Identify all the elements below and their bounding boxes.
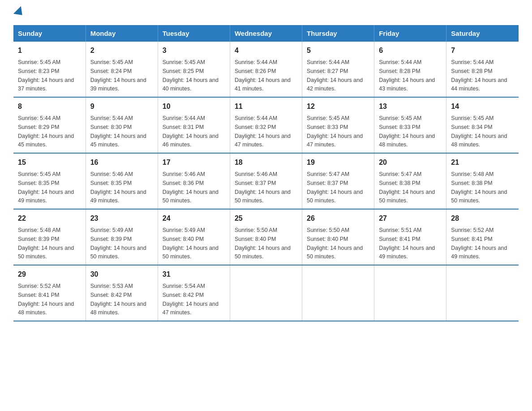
day-info: Sunrise: 5:44 AMSunset: 8:31 PMDaylight:… (163, 115, 219, 148)
table-cell: 11 Sunrise: 5:44 AMSunset: 8:32 PMDaylig… (230, 97, 302, 153)
table-cell: 16 Sunrise: 5:46 AMSunset: 8:35 PMDaylig… (86, 153, 158, 209)
day-number: 25 (235, 213, 297, 224)
table-cell (302, 265, 374, 321)
day-info: Sunrise: 5:46 AMSunset: 8:37 PMDaylight:… (235, 171, 291, 204)
table-cell: 2 Sunrise: 5:45 AMSunset: 8:24 PMDayligh… (86, 42, 158, 97)
table-cell: 19 Sunrise: 5:47 AMSunset: 8:37 PMDaylig… (302, 153, 374, 209)
calendar-header: Sunday Monday Tuesday Wednesday Thursday… (13, 25, 519, 42)
day-info: Sunrise: 5:44 AMSunset: 8:32 PMDaylight:… (235, 115, 291, 148)
day-number: 11 (235, 101, 297, 112)
table-cell: 21 Sunrise: 5:48 AMSunset: 8:38 PMDaylig… (446, 153, 519, 209)
day-info: Sunrise: 5:54 AMSunset: 8:42 PMDaylight:… (163, 283, 219, 316)
col-monday: Monday (86, 25, 158, 42)
day-info: Sunrise: 5:52 AMSunset: 8:41 PMDaylight:… (451, 227, 507, 260)
table-cell: 28 Sunrise: 5:52 AMSunset: 8:41 PMDaylig… (446, 209, 519, 265)
day-number: 2 (90, 45, 153, 56)
table-cell: 27 Sunrise: 5:51 AMSunset: 8:41 PMDaylig… (374, 209, 446, 265)
table-cell: 17 Sunrise: 5:46 AMSunset: 8:36 PMDaylig… (158, 153, 230, 209)
day-number: 4 (235, 45, 297, 56)
day-number: 21 (451, 157, 514, 168)
logo (13, 9, 25, 17)
table-cell: 3 Sunrise: 5:45 AMSunset: 8:25 PMDayligh… (158, 42, 230, 97)
day-number: 19 (307, 157, 369, 168)
day-info: Sunrise: 5:48 AMSunset: 8:39 PMDaylight:… (18, 227, 74, 260)
table-cell: 31 Sunrise: 5:54 AMSunset: 8:42 PMDaylig… (158, 265, 230, 321)
day-info: Sunrise: 5:48 AMSunset: 8:38 PMDaylight:… (451, 171, 507, 204)
logo-arrow-icon (13, 6, 26, 19)
day-number: 1 (18, 45, 81, 56)
day-number: 27 (379, 213, 442, 224)
day-info: Sunrise: 5:46 AMSunset: 8:36 PMDaylight:… (163, 171, 219, 204)
day-info: Sunrise: 5:45 AMSunset: 8:33 PMDaylight:… (307, 115, 363, 148)
day-number: 31 (163, 269, 225, 280)
day-info: Sunrise: 5:49 AMSunset: 8:39 PMDaylight:… (90, 227, 146, 260)
day-info: Sunrise: 5:47 AMSunset: 8:38 PMDaylight:… (379, 171, 435, 204)
table-cell: 6 Sunrise: 5:44 AMSunset: 8:28 PMDayligh… (374, 42, 446, 97)
table-cell: 12 Sunrise: 5:45 AMSunset: 8:33 PMDaylig… (302, 97, 374, 153)
day-number: 5 (307, 45, 369, 56)
table-cell: 20 Sunrise: 5:47 AMSunset: 8:38 PMDaylig… (374, 153, 446, 209)
table-cell: 4 Sunrise: 5:44 AMSunset: 8:26 PMDayligh… (230, 42, 302, 97)
day-info: Sunrise: 5:44 AMSunset: 8:28 PMDaylight:… (379, 59, 435, 92)
table-cell: 8 Sunrise: 5:44 AMSunset: 8:29 PMDayligh… (13, 97, 86, 153)
day-number: 15 (18, 157, 81, 168)
table-cell: 29 Sunrise: 5:52 AMSunset: 8:41 PMDaylig… (13, 265, 86, 321)
day-info: Sunrise: 5:49 AMSunset: 8:40 PMDaylight:… (163, 227, 219, 260)
col-thursday: Thursday (302, 25, 374, 42)
day-number: 8 (18, 101, 81, 112)
day-info: Sunrise: 5:45 AMSunset: 8:34 PMDaylight:… (451, 115, 507, 148)
day-number: 29 (18, 269, 81, 280)
day-number: 9 (90, 101, 153, 112)
day-info: Sunrise: 5:50 AMSunset: 8:40 PMDaylight:… (307, 227, 363, 260)
table-cell: 5 Sunrise: 5:44 AMSunset: 8:27 PMDayligh… (302, 42, 374, 97)
table-cell: 18 Sunrise: 5:46 AMSunset: 8:37 PMDaylig… (230, 153, 302, 209)
day-number: 12 (307, 101, 369, 112)
day-info: Sunrise: 5:46 AMSunset: 8:35 PMDaylight:… (90, 171, 146, 204)
day-info: Sunrise: 5:53 AMSunset: 8:42 PMDaylight:… (90, 283, 146, 316)
col-tuesday: Tuesday (158, 25, 230, 42)
day-number: 10 (163, 101, 225, 112)
day-number: 23 (90, 213, 153, 224)
day-number: 16 (90, 157, 153, 168)
day-info: Sunrise: 5:44 AMSunset: 8:26 PMDaylight:… (235, 59, 291, 92)
table-cell: 23 Sunrise: 5:49 AMSunset: 8:39 PMDaylig… (86, 209, 158, 265)
day-number: 17 (163, 157, 225, 168)
table-cell: 9 Sunrise: 5:44 AMSunset: 8:30 PMDayligh… (86, 97, 158, 153)
page-header (13, 9, 519, 17)
day-number: 7 (451, 45, 514, 56)
day-info: Sunrise: 5:45 AMSunset: 8:33 PMDaylight:… (379, 115, 435, 148)
calendar-body: 1 Sunrise: 5:45 AMSunset: 8:23 PMDayligh… (13, 42, 519, 321)
col-sunday: Sunday (13, 25, 86, 42)
day-info: Sunrise: 5:47 AMSunset: 8:37 PMDaylight:… (307, 171, 363, 204)
col-wednesday: Wednesday (230, 25, 302, 42)
day-info: Sunrise: 5:44 AMSunset: 8:30 PMDaylight:… (90, 115, 146, 148)
table-cell: 30 Sunrise: 5:53 AMSunset: 8:42 PMDaylig… (86, 265, 158, 321)
day-number: 18 (235, 157, 297, 168)
day-number: 20 (379, 157, 442, 168)
table-cell: 22 Sunrise: 5:48 AMSunset: 8:39 PMDaylig… (13, 209, 86, 265)
table-cell (446, 265, 519, 321)
day-info: Sunrise: 5:51 AMSunset: 8:41 PMDaylight:… (379, 227, 435, 260)
table-cell: 24 Sunrise: 5:49 AMSunset: 8:40 PMDaylig… (158, 209, 230, 265)
calendar-table: Sunday Monday Tuesday Wednesday Thursday… (13, 25, 519, 321)
day-number: 24 (163, 213, 225, 224)
table-cell: 14 Sunrise: 5:45 AMSunset: 8:34 PMDaylig… (446, 97, 519, 153)
table-cell: 1 Sunrise: 5:45 AMSunset: 8:23 PMDayligh… (13, 42, 86, 97)
table-cell (230, 265, 302, 321)
table-cell: 13 Sunrise: 5:45 AMSunset: 8:33 PMDaylig… (374, 97, 446, 153)
table-cell: 7 Sunrise: 5:44 AMSunset: 8:28 PMDayligh… (446, 42, 519, 97)
col-friday: Friday (374, 25, 446, 42)
day-info: Sunrise: 5:52 AMSunset: 8:41 PMDaylight:… (18, 283, 74, 316)
day-info: Sunrise: 5:45 AMSunset: 8:25 PMDaylight:… (163, 59, 219, 92)
col-saturday: Saturday (446, 25, 519, 42)
day-info: Sunrise: 5:44 AMSunset: 8:28 PMDaylight:… (451, 59, 507, 92)
day-info: Sunrise: 5:45 AMSunset: 8:23 PMDaylight:… (18, 59, 74, 92)
table-cell: 10 Sunrise: 5:44 AMSunset: 8:31 PMDaylig… (158, 97, 230, 153)
day-number: 30 (90, 269, 153, 280)
day-number: 22 (18, 213, 81, 224)
day-number: 26 (307, 213, 369, 224)
day-number: 28 (451, 213, 514, 224)
day-number: 6 (379, 45, 442, 56)
day-info: Sunrise: 5:45 AMSunset: 8:35 PMDaylight:… (18, 171, 74, 204)
day-info: Sunrise: 5:44 AMSunset: 8:27 PMDaylight:… (307, 59, 363, 92)
